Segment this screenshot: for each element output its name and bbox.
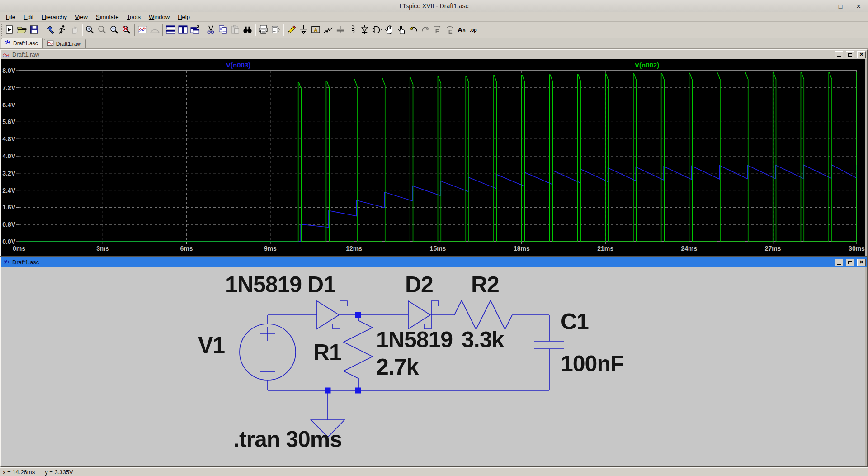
r2-name[interactable]: R2	[471, 273, 499, 296]
zoom-full-extents-button[interactable]	[121, 24, 133, 36]
v1-source[interactable]	[240, 324, 296, 380]
cursor-y-readout: y = 3.335V	[45, 469, 73, 476]
y-tick-label: 1.6V	[2, 204, 15, 211]
r2-resistor[interactable]	[454, 300, 512, 329]
print-preview-button[interactable]	[269, 24, 282, 36]
waveform-icon	[3, 52, 10, 58]
v1-name[interactable]: V1	[198, 334, 225, 357]
maximize-button[interactable]	[846, 259, 854, 266]
zoom-in-button[interactable]	[84, 24, 96, 36]
zoom-out-button[interactable]	[108, 24, 121, 36]
find-button[interactable]	[241, 24, 254, 36]
plus-sign	[260, 327, 275, 341]
menu-simulate[interactable]: Simulate	[92, 13, 123, 21]
open-button[interactable]	[16, 24, 28, 36]
svg-text:.op: .op	[470, 27, 477, 33]
spice-directive-button[interactable]: .op	[468, 24, 481, 36]
run-button[interactable]	[56, 24, 68, 36]
toolbar-separator	[42, 24, 42, 36]
move-button[interactable]	[383, 24, 395, 36]
x-tick-label: 15ms	[430, 245, 446, 252]
trace-label-v-n002[interactable]: V(n002)	[635, 61, 659, 69]
menu-file[interactable]: File	[2, 13, 19, 21]
waveform-plot[interactable]: 0ms3ms6ms9ms12ms15ms18ms21ms24ms27ms30ms…	[1, 59, 865, 256]
c1-value[interactable]: 100nF	[561, 352, 624, 375]
r1-name[interactable]: R1	[313, 341, 341, 364]
minimize-button[interactable]	[835, 51, 843, 58]
new-schematic-button[interactable]	[4, 24, 16, 36]
y-tick-label: 4.8V	[2, 135, 15, 143]
app-maximize-button[interactable]: □	[835, 2, 846, 11]
halt-button[interactable]	[68, 24, 80, 36]
close-button[interactable]: ✕	[857, 51, 866, 58]
waveform-window-titlebar[interactable]: Draft1.raw ✕	[1, 50, 867, 59]
draw-wire-button[interactable]	[285, 24, 297, 36]
menu-tools[interactable]: Tools	[123, 13, 145, 21]
component-button[interactable]	[371, 24, 383, 36]
tile-vertical-button[interactable]	[177, 24, 189, 36]
minimize-button[interactable]	[835, 259, 843, 266]
x-tick-label: 21ms	[597, 245, 613, 252]
y-tick-label: 0.8V	[2, 221, 15, 228]
copy-button[interactable]	[217, 24, 229, 36]
r2-value[interactable]: 3.3k	[462, 328, 504, 351]
tab-draft1-asc[interactable]: Draft1.asc	[1, 38, 43, 48]
toolbar-separator	[203, 24, 203, 36]
svg-text:a: a	[462, 28, 466, 33]
resistor-button[interactable]	[322, 24, 334, 36]
zoom-back-button[interactable]	[96, 24, 108, 36]
spice-directive-text[interactable]: .tran 30ms	[233, 428, 342, 451]
waveform-icon	[47, 40, 54, 48]
toolbar-drag-handle[interactable]	[1, 24, 2, 36]
mirror-button[interactable]: E	[432, 24, 444, 36]
x-tick-label: 6ms	[180, 245, 193, 252]
tabbar: Draft1.asc Draft1.raw	[0, 38, 868, 49]
r1-value[interactable]: 2.7k	[376, 356, 418, 378]
paste-button[interactable]	[229, 24, 241, 36]
schematic-window-title: Draft1.asc	[12, 259, 39, 266]
x-tick-label: 3ms	[96, 245, 109, 252]
rotate-button[interactable]: E	[444, 24, 456, 36]
tile-horizontal-button[interactable]	[165, 24, 177, 36]
diode-button[interactable]	[359, 24, 371, 36]
print-button[interactable]	[257, 24, 269, 36]
cut-button[interactable]	[205, 24, 217, 36]
c1-name[interactable]: C1	[561, 310, 589, 333]
app-minimize-button[interactable]: –	[816, 2, 828, 11]
schematic-canvas[interactable]: 1N5819 D1 D2 R2 1N5819 3.3k R1 2.7k V1 C…	[1, 267, 865, 466]
menu-window[interactable]: Window	[145, 13, 174, 21]
d2-value[interactable]: 1N5819	[376, 328, 453, 351]
cascade-button[interactable]	[189, 24, 201, 36]
text-button[interactable]: Aa	[456, 24, 468, 36]
app-close-button[interactable]: ✕	[853, 2, 864, 11]
c1-capacitor[interactable]	[534, 341, 564, 349]
trace-label-v-n003[interactable]: V(n003)	[226, 61, 250, 69]
menu-hierarchy[interactable]: Hierarchy	[38, 13, 71, 21]
ground-button[interactable]	[297, 24, 310, 36]
d1-label[interactable]: 1N5819 D1	[225, 273, 335, 296]
schematic-icon	[4, 40, 11, 47]
menu-edit[interactable]: Edit	[19, 13, 38, 21]
r1-resistor[interactable]	[344, 320, 373, 378]
d2-name[interactable]: D2	[405, 273, 433, 296]
capacitor-button[interactable]	[334, 24, 346, 36]
menu-view[interactable]: View	[71, 13, 92, 21]
inductor-button[interactable]	[346, 24, 359, 36]
redo-button[interactable]	[420, 24, 432, 36]
drag-button[interactable]	[395, 24, 407, 36]
net-label-button[interactable]: A	[310, 24, 322, 36]
fft-button[interactable]	[149, 24, 161, 36]
save-button[interactable]	[28, 24, 40, 36]
x-tick-label: 9ms	[264, 245, 277, 252]
svg-text:A: A	[458, 26, 462, 33]
menu-help[interactable]: Help	[174, 13, 194, 21]
autorange-y-button[interactable]	[137, 24, 149, 36]
undo-button[interactable]	[407, 24, 420, 36]
close-button[interactable]: ✕	[857, 259, 866, 266]
x-tick-label: 30ms	[849, 245, 865, 252]
schematic-window-titlebar[interactable]: Draft1.asc ✕	[1, 257, 867, 267]
maximize-button[interactable]	[846, 51, 854, 58]
tab-draft1-raw[interactable]: Draft1.raw	[44, 39, 86, 48]
control-panel-button[interactable]	[44, 24, 56, 36]
app-title: LTspice XVII - Draft1.asc	[0, 2, 868, 10]
